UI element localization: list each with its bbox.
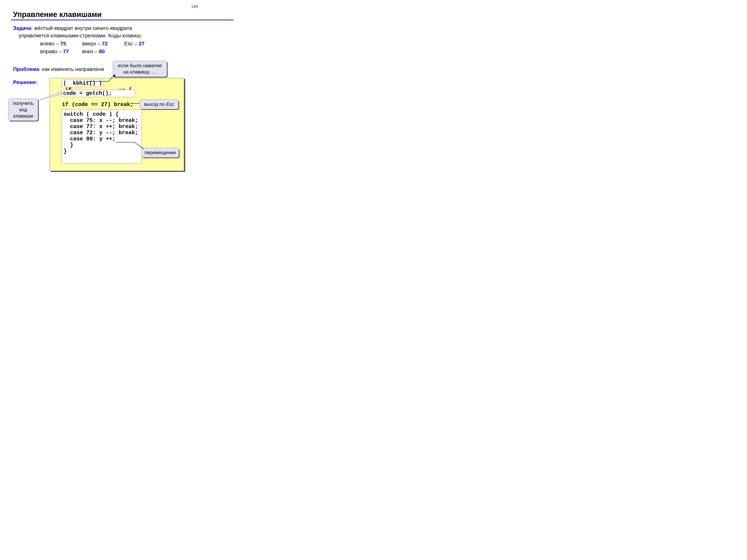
page-number: 148	[191, 4, 198, 9]
task-text-1: : жёлтый квадрат внутри синего квадрата	[31, 25, 132, 31]
code-case-72: case 72: y --; break;	[63, 130, 140, 136]
keycodes-row-1: влево – 75 вверх – 72 Esc – 27	[40, 41, 145, 47]
task-line-1: Задача: жёлтый квадрат внутри синего ква…	[13, 25, 132, 31]
page-title: Управление клавишами	[13, 10, 102, 19]
callout-getch: получить код клавиши	[8, 99, 38, 121]
callout-move: перемещение	[141, 148, 179, 158]
code-switch-box: switch ( code ) { case 75: x --; break; …	[61, 110, 142, 164]
problem-label: Проблема	[13, 66, 39, 72]
callout-kbhit: если было нажатие на клавишу, …	[113, 61, 167, 77]
keycodes-row-2: вправо – 77 вниз – 80	[40, 49, 105, 54]
connector-esc	[131, 103, 140, 104]
code-switch-open: switch ( code ) {	[63, 111, 140, 117]
keycode-esc: Esc – 27	[124, 41, 145, 47]
code-case-80: case 80: y ++;	[63, 136, 140, 142]
keycode-down: вниз – 80	[82, 49, 105, 54]
code-esc-line: if (code == 27) break;	[55, 102, 133, 108]
code-getch-box: code = getch();	[61, 90, 135, 97]
title-underline	[11, 20, 233, 20]
keycode-right: вправо – 77	[40, 49, 82, 54]
keycode-up: вверх – 72	[82, 41, 124, 47]
problem-text: : как изменять направлени	[39, 66, 104, 72]
callout-esc: выход по Esc	[140, 100, 179, 109]
task-label: Задача	[13, 25, 31, 31]
problem-line: Проблема: как изменять направлени	[13, 66, 104, 72]
keycode-left: влево – 75	[40, 41, 82, 47]
connector-move	[116, 142, 146, 151]
task-line-2: управляется клавишами-стрелками. Коды кл…	[19, 33, 142, 38]
solution-label: Решение:	[13, 79, 37, 85]
code-case-77: case 77: x ++; break;	[63, 124, 140, 130]
svg-marker-0	[38, 91, 61, 101]
connector-getch	[38, 91, 62, 102]
code-case-75: case 75: x --; break;	[63, 117, 140, 124]
